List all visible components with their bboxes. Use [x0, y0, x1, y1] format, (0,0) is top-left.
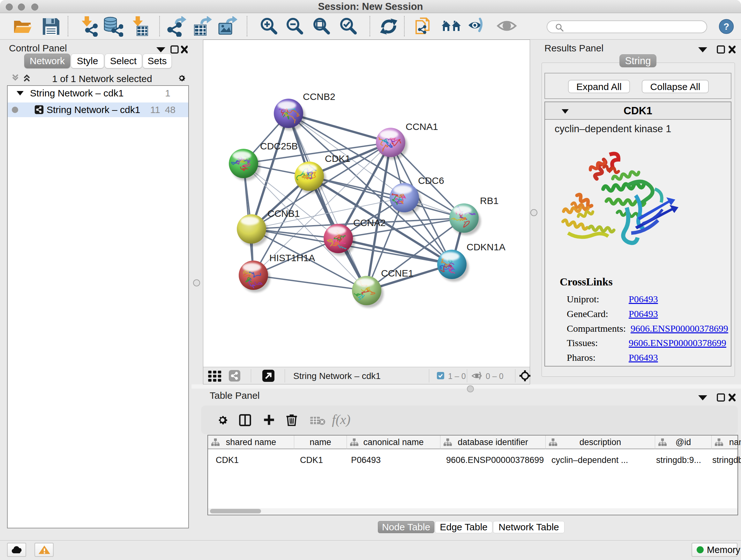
svg-text:CDC25B: CDC25B [260, 141, 298, 151]
svg-text:HIST1H1A: HIST1H1A [269, 253, 315, 263]
svg-text:CDKN1A: CDKN1A [467, 242, 506, 252]
svg-text:CCNB1: CCNB1 [267, 208, 300, 219]
svg-text:CDK1: CDK1 [325, 153, 350, 164]
svg-text:CDC6: CDC6 [418, 175, 444, 186]
svg-text:RB1: RB1 [480, 195, 498, 206]
svg-text:CCNB2: CCNB2 [303, 91, 335, 102]
svg-text:CCNE1: CCNE1 [381, 268, 414, 278]
svg-text:?: ? [724, 21, 729, 32]
svg-text:CCNA2: CCNA2 [353, 217, 386, 228]
svg-text:CCNA1: CCNA1 [406, 121, 438, 132]
